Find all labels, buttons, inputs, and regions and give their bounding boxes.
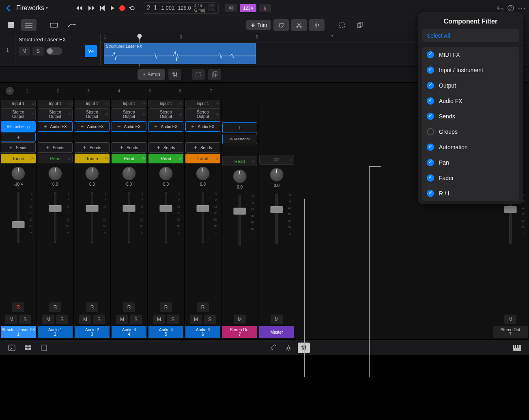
automation-mode-button[interactable]: Latch◇ (185, 154, 220, 163)
fader-track[interactable] (275, 193, 278, 244)
back-button[interactable] (3, 4, 13, 12)
pan-knob[interactable] (11, 167, 25, 180)
track-type-icon[interactable] (85, 45, 97, 57)
strip-label[interactable]: Audio 34 (112, 326, 146, 338)
audiofx-slot[interactable]: +Audio FX (38, 121, 73, 132)
track-solo-button[interactable]: S (32, 47, 44, 56)
strip-label[interactable]: Structu…Laser FX1 (1, 326, 36, 338)
mixer-view-button[interactable] (298, 343, 310, 353)
list-view-button[interactable] (21, 19, 37, 31)
settings-gear-button[interactable] (282, 343, 295, 353)
audiofx-add-slot[interactable]: + (1, 133, 36, 141)
split-tool-button[interactable] (309, 19, 325, 31)
output-slot[interactable]: StereoOutput◇ (38, 108, 73, 120)
mastering-slot[interactable]: Mastering (222, 134, 257, 144)
strip-label[interactable]: Stereo Out7 (493, 326, 528, 338)
fader-cap[interactable] (270, 206, 283, 213)
pan-knob[interactable] (270, 168, 284, 182)
scissors-tool-button[interactable] (291, 19, 307, 31)
mixer-marquee-button[interactable] (192, 69, 205, 80)
notepad-button[interactable] (38, 343, 50, 353)
solo-button[interactable]: S (93, 315, 105, 324)
automation-mode-button[interactable]: Read◇ (222, 156, 257, 166)
play-button[interactable] (110, 5, 115, 11)
pan-knob[interactable] (48, 167, 62, 180)
region-view-button[interactable] (46, 19, 62, 31)
pan-knob[interactable] (122, 167, 136, 180)
strip-label[interactable]: Audio 12 (38, 326, 73, 338)
strip-label[interactable]: Master (259, 326, 294, 338)
browser-button[interactable] (22, 343, 34, 353)
go-to-start-button[interactable] (100, 5, 105, 11)
select-all-button[interactable]: Select All (422, 29, 519, 42)
mute-button[interactable]: M (504, 315, 516, 324)
mute-button[interactable]: M (271, 315, 283, 324)
input-slot[interactable]: Input 1◇ (148, 100, 183, 107)
mute-button[interactable]: M (153, 315, 165, 324)
cycle-button[interactable] (129, 5, 136, 11)
grid-view-button[interactable] (3, 19, 19, 31)
loop-tool-button[interactable] (273, 19, 289, 31)
filter-item[interactable]: Input / Instrument (422, 62, 519, 78)
mixer-copy-button[interactable] (208, 69, 221, 80)
output-slot[interactable]: StereoOutput◇ (148, 108, 183, 120)
pan-knob[interactable] (159, 167, 173, 180)
fader-track[interactable] (239, 195, 241, 246)
filter-item[interactable]: R / I (422, 186, 519, 201)
audiofx-slot[interactable]: +Audio FX (148, 121, 183, 132)
audio-region[interactable]: Structured Laser FX (104, 43, 256, 64)
mute-button[interactable]: M (42, 315, 54, 324)
mute-button[interactable]: M (116, 315, 128, 324)
automation-mode-button[interactable]: Off◇ (259, 155, 294, 165)
track-mute-button[interactable]: M (19, 47, 30, 56)
rewind-button[interactable] (75, 5, 84, 11)
fader-track[interactable] (17, 192, 19, 243)
fader-cap[interactable] (12, 221, 25, 228)
project-name[interactable]: Fireworks ▾ (15, 4, 49, 12)
record-enable-button[interactable]: R (12, 302, 24, 312)
mute-button[interactable]: M (234, 315, 246, 324)
mute-button[interactable]: M (79, 315, 91, 324)
solo-button[interactable]: S (130, 315, 142, 324)
undo-icon[interactable] (497, 5, 504, 11)
audiofx-slot[interactable]: + (222, 122, 257, 133)
filter-item[interactable]: Automation (422, 139, 519, 155)
trim-tool-button[interactable]: Trim (246, 20, 271, 30)
pan-knob[interactable] (233, 169, 247, 183)
input-slot[interactable]: Input 1◇ (75, 100, 110, 107)
strip-label[interactable]: Audio 23 (75, 326, 110, 338)
filter-item[interactable]: Audio FX (422, 93, 519, 109)
filter-item[interactable]: Output (422, 78, 519, 93)
fader-cap[interactable] (159, 205, 172, 212)
keyboard-button[interactable] (511, 343, 523, 353)
automation-mode-button[interactable]: Touch◇ (1, 154, 36, 163)
sends-slot[interactable]: +Sends (75, 142, 110, 153)
automation-curve-button[interactable] (64, 19, 80, 31)
sends-slot[interactable]: +Sends (38, 142, 73, 153)
audiofx-slot[interactable]: Bitcrusher◇ (1, 121, 36, 132)
solo-button[interactable]: S (19, 315, 31, 324)
pencil-button[interactable] (267, 343, 279, 353)
audiofx-slot[interactable]: +Audio FX (75, 121, 110, 132)
record-enable-button[interactable]: R (123, 302, 135, 312)
pan-knob[interactable] (85, 167, 99, 180)
filter-item[interactable]: Sends (422, 109, 519, 124)
help-icon[interactable]: ? (507, 4, 514, 12)
automation-mode-button[interactable]: Read◇ (148, 154, 183, 163)
record-button[interactable] (119, 5, 125, 11)
track-header[interactable]: Structured Laser FX M S (15, 34, 101, 66)
strip-label[interactable]: Audio 66 (185, 326, 220, 338)
more-icon[interactable] (518, 3, 526, 13)
input-slot[interactable]: Input 1◇ (1, 100, 36, 107)
output-slot[interactable]: StereoOutput◇ (1, 108, 36, 120)
solo-button[interactable]: S (204, 315, 216, 324)
strip-label[interactable]: Audio 45 (148, 326, 183, 338)
metronome-button[interactable] (259, 4, 271, 12)
sends-slot[interactable]: +Sends (112, 142, 146, 153)
fader-track[interactable] (54, 192, 56, 243)
fader-cap[interactable] (86, 205, 99, 212)
count-in-button[interactable]: 1234 (240, 4, 256, 12)
fader-track[interactable] (91, 192, 93, 243)
automation-mode-button[interactable]: Read◇ (112, 154, 146, 163)
track-enable-toggle[interactable] (46, 47, 62, 55)
